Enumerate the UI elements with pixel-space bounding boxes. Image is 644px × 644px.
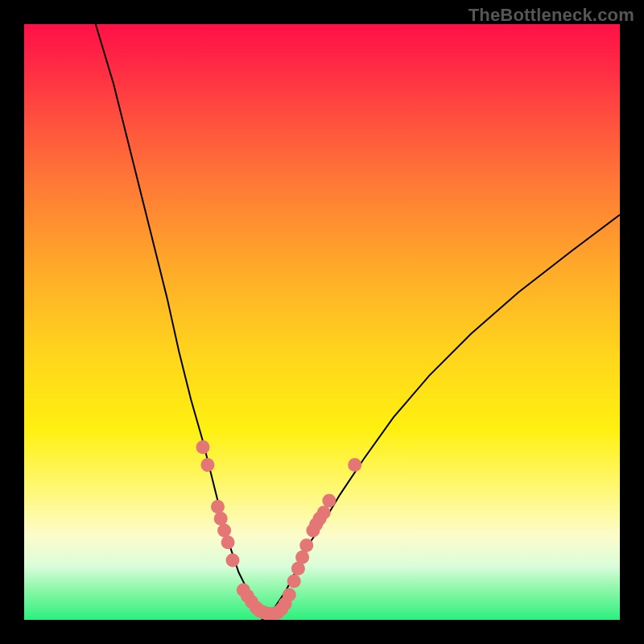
data-point xyxy=(221,535,235,549)
data-point xyxy=(299,539,313,552)
attribution-text: TheBottleneck.com xyxy=(469,5,634,26)
right-curve xyxy=(262,215,620,620)
data-point xyxy=(226,554,240,568)
data-point xyxy=(348,458,361,472)
plot-area xyxy=(24,24,620,620)
chart-frame: TheBottleneck.com xyxy=(0,0,644,644)
chart-svg xyxy=(24,24,620,620)
data-point xyxy=(287,574,301,588)
data-point xyxy=(295,551,309,564)
data-point xyxy=(322,494,336,508)
data-point xyxy=(214,512,228,526)
data-point xyxy=(283,588,296,601)
data-point xyxy=(211,500,225,514)
data-point xyxy=(317,506,331,519)
data-point xyxy=(217,524,231,538)
data-points-group xyxy=(196,440,362,620)
data-point xyxy=(196,440,210,454)
data-point xyxy=(200,458,214,472)
left-curve xyxy=(96,24,262,620)
